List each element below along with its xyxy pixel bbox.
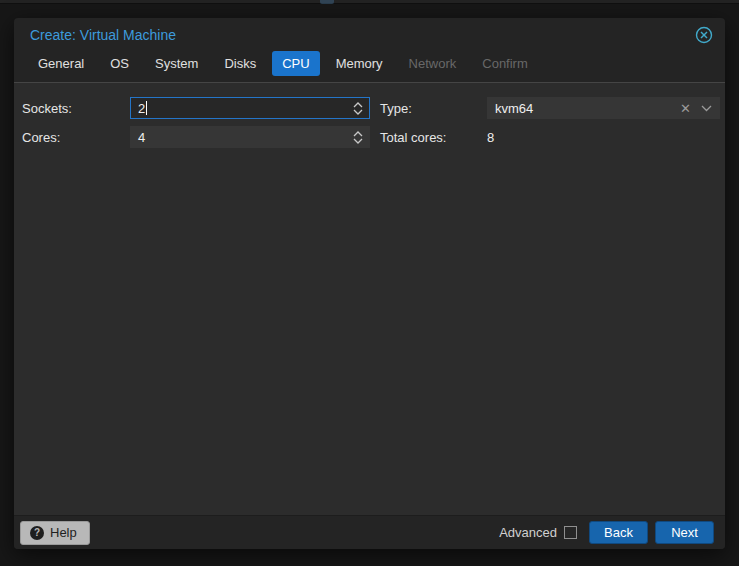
spinner-down-icon[interactable] [353, 138, 363, 144]
spinner-up-icon[interactable] [353, 102, 363, 108]
tab-bar: General OS System Disks CPU Memory Netwo… [14, 48, 725, 82]
next-button[interactable]: Next [655, 521, 714, 544]
create-vm-dialog: Create: Virtual Machine General OS Syste… [14, 18, 725, 549]
tab-confirm: Confirm [472, 51, 538, 76]
tab-cpu[interactable]: CPU [272, 51, 319, 76]
tab-disks[interactable]: Disks [214, 51, 266, 76]
help-button[interactable]: ? Help [20, 521, 90, 545]
type-value: kvm64 [495, 101, 533, 116]
footer-actions: Advanced Back Next [499, 521, 714, 544]
sockets-spinner[interactable]: 2 [130, 97, 370, 119]
background-partial-icon [320, 0, 334, 4]
tab-general[interactable]: General [28, 51, 94, 76]
form-column-right: Type: kvm64 ✕ Total cores: 8 [380, 97, 720, 155]
back-button[interactable]: Back [589, 521, 648, 544]
cores-spinner[interactable]: 4 [130, 126, 370, 148]
tab-memory[interactable]: Memory [326, 51, 393, 76]
sockets-spin-buttons [353, 102, 365, 115]
question-circle-icon: ? [30, 526, 44, 540]
advanced-checkbox[interactable] [564, 526, 577, 539]
type-combobox[interactable]: kvm64 ✕ [487, 97, 720, 119]
cores-value: 4 [138, 130, 145, 145]
total-cores-label: Total cores: [380, 130, 487, 145]
cores-label: Cores: [22, 130, 130, 145]
tab-system[interactable]: System [145, 51, 208, 76]
help-button-label: Help [50, 525, 77, 540]
form-column-left: Sockets: 2 Cores: 4 [22, 97, 370, 155]
dialog-header[interactable]: Create: Virtual Machine [14, 18, 725, 48]
tab-network: Network [399, 51, 467, 76]
chevron-down-icon[interactable] [701, 105, 712, 112]
advanced-label: Advanced [499, 525, 557, 540]
type-row: Type: kvm64 ✕ [380, 97, 720, 119]
clear-icon[interactable]: ✕ [680, 102, 691, 115]
sockets-row: Sockets: 2 [22, 97, 370, 119]
total-cores-row: Total cores: 8 [380, 126, 720, 148]
spinner-down-icon[interactable] [353, 109, 363, 115]
dialog-footer: ? Help Advanced Back Next [14, 515, 725, 549]
spinner-up-icon[interactable] [353, 131, 363, 137]
text-cursor [146, 101, 147, 115]
background-page-edge [0, 0, 739, 4]
sockets-value: 2 [138, 101, 145, 116]
type-label: Type: [380, 101, 487, 116]
cores-row: Cores: 4 [22, 126, 370, 148]
total-cores-value: 8 [487, 130, 494, 145]
sockets-label: Sockets: [22, 101, 130, 116]
tab-os[interactable]: OS [100, 51, 139, 76]
dialog-title: Create: Virtual Machine [30, 27, 176, 43]
cpu-panel: Sockets: 2 Cores: 4 [14, 82, 725, 515]
cores-spin-buttons [353, 131, 365, 144]
close-icon[interactable] [695, 26, 713, 44]
type-combo-tools: ✕ [680, 102, 715, 115]
